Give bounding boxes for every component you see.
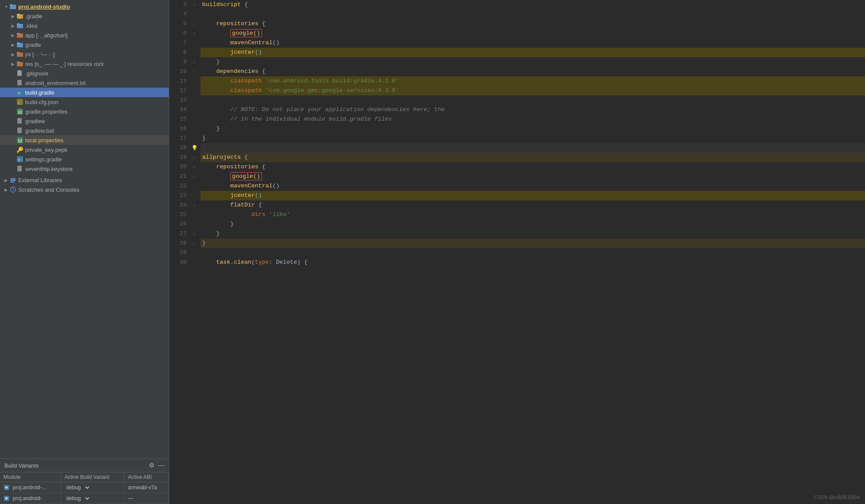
col-build-variant: Active Build Variant <box>61 472 124 482</box>
build-variant-cell[interactable]: debug release <box>61 493 124 504</box>
scratches-label: Scratches and Consoles <box>18 187 79 193</box>
label: .gitignore <box>25 70 48 77</box>
tree-item-gradle2[interactable]: ▶ gradle <box>0 40 169 49</box>
svg-rect-23 <box>17 128 22 133</box>
folder-icon <box>16 60 23 67</box>
settings-gradle-icon: G <box>16 156 23 163</box>
sidebar: ▾ proj.android-studio ▶ .gradle ▶ <box>0 0 169 504</box>
folder-icon <box>16 41 23 48</box>
code-line-14: // NOTE: Do not place your application d… <box>200 105 865 115</box>
table-row[interactable]: proj.android- debug release — <box>0 493 169 504</box>
tree-item-res[interactable]: ▶ res [s_ .— — _·] resources root <box>0 59 169 69</box>
build-variants-controls: ⚙ — <box>149 461 164 469</box>
svg-rect-31 <box>10 182 14 183</box>
minimize-icon[interactable]: — <box>158 461 164 469</box>
tree-item-app[interactable]: ▶ app [· _abguhan] <box>0 30 169 40</box>
tree-item-gradle[interactable]: ▶ .gradle <box>0 11 169 21</box>
svg-line-34 <box>13 190 14 190</box>
svg-rect-30 <box>10 180 16 181</box>
props-file-icon: ▐▐ <box>16 137 23 144</box>
build-variant-cell[interactable]: debug release <box>61 482 124 493</box>
svg-rect-5 <box>17 23 20 25</box>
tree-item-keystore[interactable]: ▶ seventhtp.keystore <box>0 164 169 173</box>
arrow: ▶ <box>3 177 9 183</box>
gutter: ◇ ◇ ▽ ◇ ◇ 💡 ◇ ◇ <box>190 0 199 504</box>
folder-icon <box>16 51 23 58</box>
tree-item-build-gradle[interactable]: ▶ G build.gradle <box>0 88 169 97</box>
folder-icon <box>16 32 23 39</box>
build-variants-panel: Build Variants ⚙ — Module Active Build V… <box>0 458 169 504</box>
tree-item-idea[interactable]: ▶ .idea <box>0 21 169 30</box>
tree-item-gradlew-bat[interactable]: ▶ gradlew.bat <box>0 126 169 135</box>
props-file-icon: ▐▐ <box>16 108 23 115</box>
label: gradlew.bat <box>25 128 54 134</box>
arrow: ▶ <box>10 52 16 57</box>
line-numbers: 3 4 5 6 7 8 9 10 11 12 13 14 15 16 17 18… <box>169 0 190 504</box>
label: build.gradle <box>25 89 54 96</box>
tree-item-external-libs[interactable]: ▶ External Libraries <box>0 175 169 185</box>
module-cell: proj.android- <box>0 493 61 504</box>
root-label: proj.android-studio <box>18 3 70 10</box>
code-line-16: } <box>200 124 865 134</box>
external-libs-label: External Libraries <box>18 177 62 183</box>
svg-rect-28 <box>17 166 22 171</box>
build-variants-title: Build Variants <box>4 462 39 469</box>
tree-item-gitignore[interactable]: ▶ .gitignore <box>0 69 169 78</box>
code-line-30: task.clean(type: Delete) { <box>200 258 865 267</box>
file-tree: ▾ proj.android-studio ▶ .gradle ▶ <box>0 0 169 458</box>
tree-item-scratches[interactable]: ▶ Scratches and Consoles <box>0 185 169 194</box>
tree-item-gradle-props[interactable]: ▶ ▐▐ gradle.properties <box>0 107 169 116</box>
svg-rect-13 <box>17 62 20 63</box>
tree-item-build-cfg[interactable]: ▶ {} build-cfg.json <box>0 97 169 107</box>
tree-item-jni[interactable]: ▶ jni [· · '— · ·] <box>0 49 169 59</box>
tree-item-private-key[interactable]: ▶ 🔑 private_key.pepk <box>0 145 169 154</box>
arrow: ▶ <box>10 13 16 19</box>
build-variants-table: Module Active Build Variant Active ABI p… <box>0 472 169 504</box>
code-line-25: dirs 'libs' <box>200 210 865 219</box>
arrow: ▶ <box>10 23 16 28</box>
svg-rect-3 <box>17 14 20 15</box>
code-line-15: // in the individual module build.gradle… <box>200 115 865 124</box>
table-header-row: Module Active Build Variant Active ABI <box>0 472 169 482</box>
arrow: ▶ <box>10 33 16 38</box>
code-line-10: dependencies { <box>200 67 865 76</box>
label: gradle <box>25 42 41 48</box>
settings-icon[interactable]: ⚙ <box>149 461 154 469</box>
module-name: proj.android- <box>13 495 42 501</box>
label: settings.gradle <box>25 156 62 163</box>
code-line-12: classpath 'com.google.gms:google-service… <box>200 86 865 95</box>
code-line-3: buildscript { <box>200 0 865 10</box>
build-variant-select[interactable]: debug release <box>65 495 91 502</box>
code-line-23: jcenter() <box>200 191 865 200</box>
tree-item-android-env[interactable]: ▶ android_environment.txt <box>0 78 169 88</box>
code-line-18 <box>200 143 865 153</box>
col-abi: Active ABI <box>125 472 169 482</box>
code-line-13 <box>200 95 865 105</box>
svg-rect-15 <box>17 80 22 85</box>
code-line-9: } <box>200 57 865 67</box>
build-variant-select[interactable]: debug release <box>65 484 91 491</box>
tree-item-local-props[interactable]: ▶ ▐▐ local.properties <box>0 135 169 145</box>
file-icon <box>16 118 23 124</box>
file-icon <box>16 79 23 86</box>
code-line-26: } <box>200 219 865 229</box>
code-line-8: jcenter() <box>200 48 865 57</box>
label: local.properties <box>25 137 63 144</box>
arrow: ▶ <box>3 187 9 192</box>
arrow: ▶ <box>10 61 16 66</box>
code-line-21: google() <box>200 172 865 181</box>
keystore-icon <box>16 165 23 172</box>
table-row[interactable]: proj.android-... debug release armeabi-v… <box>0 482 169 493</box>
tree-item-settings-gradle[interactable]: ▶ G settings.gradle <box>0 154 169 164</box>
label: build-cfg.json <box>25 99 59 105</box>
code-line-27: } <box>200 229 865 239</box>
label: jni [· · '— · ·] <box>25 51 55 58</box>
svg-rect-1 <box>10 4 13 6</box>
tree-root[interactable]: ▾ proj.android-studio <box>0 2 169 11</box>
svg-rect-22 <box>17 118 22 124</box>
json-file-icon: {} <box>16 98 23 105</box>
key-file-icon: 🔑 <box>16 146 23 153</box>
code-area[interactable]: buildscript { repositories { google() ma… <box>199 0 865 504</box>
svg-text:{}: {} <box>18 101 20 105</box>
tree-item-gradlew[interactable]: ▶ gradlew <box>0 116 169 126</box>
